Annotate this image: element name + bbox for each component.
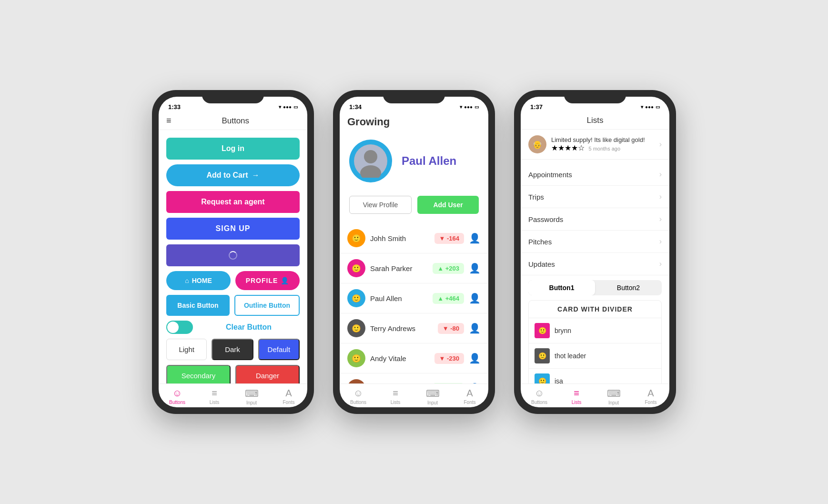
page-title-3: Lists — [528, 116, 662, 125]
secondary-button[interactable]: Secondary — [166, 365, 231, 383]
menu-item-pitches[interactable]: Pitches › — [521, 231, 669, 253]
tab-lists-2[interactable]: ≡ Lists — [377, 388, 414, 405]
tab-input-label-3: Input — [608, 400, 619, 405]
toggle-switch[interactable] — [166, 321, 193, 334]
signup-button[interactable]: SIGN UP — [166, 218, 300, 240]
menu-item-passwords[interactable]: Passwords › — [521, 208, 669, 231]
lists-content: 👴 Limited supply! Its like digital gold!… — [521, 130, 669, 383]
phone-2-screen: 1:34 ▾ ●●● ▭ Growing — [340, 97, 488, 407]
menu-item-appointments[interactable]: Appointments › — [521, 163, 669, 186]
score-badge-2: ▲ +203 — [433, 263, 464, 274]
tab-buttons-label-2: Buttons — [350, 400, 366, 405]
tab-buttons-3[interactable]: ☺ Buttons — [521, 388, 558, 405]
arrow-icon: → — [252, 171, 260, 180]
status-icons-2: ▾ ●●● ▭ — [460, 104, 479, 110]
user-action-icon-3[interactable]: 👤 — [469, 292, 481, 304]
tab-bar-3: ☺ Buttons ≡ Lists ⌨ Input A Fonts — [521, 383, 669, 407]
tab-fonts-icon-2: A — [466, 388, 473, 399]
loading-button[interactable] — [166, 244, 300, 266]
chevron-passwords: › — [659, 215, 662, 223]
phone-3-screen: 1:37 ▾ ●●● ▭ Lists 👴 Limited supply! Its… — [521, 97, 669, 407]
user-avatar-5: 🙂 — [347, 349, 365, 367]
card-avatar-3: 🙂 — [535, 373, 550, 383]
phone-2: 1:34 ▾ ●●● ▭ Growing — [333, 90, 495, 414]
tab-input-label: Input — [246, 400, 257, 405]
segment-button2[interactable]: Button2 — [595, 280, 662, 295]
status-icons-1: ▾ ●●● ▭ — [279, 104, 298, 110]
phone1-header: ≡ Buttons — [159, 114, 307, 130]
request-agent-button[interactable]: Request an agent — [166, 191, 300, 213]
add-to-cart-label: Add to Cart — [206, 171, 248, 180]
tab-bar-2: ☺ Buttons ≡ Lists ⌨ Input A Fonts — [340, 383, 488, 407]
review-card[interactable]: 👴 Limited supply! Its like digital gold!… — [521, 130, 669, 160]
tab-input-3[interactable]: ⌨ Input — [595, 388, 632, 405]
battery-icon-3: ▭ — [656, 104, 660, 110]
user-avatar-2: 🙂 — [347, 259, 365, 277]
menu-icon[interactable]: ≡ — [166, 116, 172, 126]
light-button[interactable]: Light — [166, 339, 207, 360]
menu-item-updates[interactable]: Updates › — [521, 253, 669, 275]
view-profile-button[interactable]: View Profile — [349, 196, 412, 214]
wifi-icon: ▾ — [279, 104, 281, 110]
basic-button[interactable]: Basic Button — [166, 295, 230, 316]
user-action-icon-5[interactable]: 👤 — [469, 353, 481, 364]
default-button[interactable]: Default — [258, 339, 300, 360]
score-badge-3: ▲ +464 — [433, 293, 464, 304]
buttons-content: Log in Add to Cart → Request an agent SI… — [159, 130, 307, 383]
table-row: 🙂 Paul Allen ▲ +464 👤 — [340, 283, 488, 313]
status-icons-3: ▾ ●●● ▭ — [641, 104, 660, 110]
menu-label-updates: Updates — [528, 260, 659, 268]
login-button[interactable]: Log in — [166, 138, 300, 160]
tab-buttons-label: Buttons — [169, 400, 185, 405]
menu-item-trips[interactable]: Trips › — [521, 186, 669, 208]
tab-fonts-icon: A — [285, 388, 292, 399]
tab-bar-1: ☺ Buttons ≡ Lists ⌨ Input A Fonts — [159, 383, 307, 407]
card-with-divider: CARD WITH DIVIDER 🙂 brynn 🙂 thot leader … — [528, 300, 662, 383]
time-2: 1:34 — [349, 103, 362, 111]
add-to-cart-button[interactable]: Add to Cart → — [166, 164, 300, 186]
tab-lists-label-2: Lists — [391, 400, 401, 405]
user-action-icon-4[interactable]: 👤 — [469, 323, 481, 334]
clear-button[interactable]: Clear Button — [198, 323, 300, 332]
svg-point-1 — [364, 150, 377, 163]
tab-fonts-2[interactable]: A Fonts — [451, 388, 488, 405]
signal-icon-3: ●●● — [645, 104, 654, 110]
battery-icon-2: ▭ — [475, 104, 479, 110]
danger-button[interactable]: Danger — [235, 365, 300, 383]
phone2-header: Growing — [340, 114, 488, 132]
notch-3 — [564, 90, 626, 103]
notch-1 — [202, 90, 264, 103]
card-avatar-2: 🙂 — [535, 348, 550, 363]
tab-input-2[interactable]: ⌨ Input — [414, 388, 451, 405]
review-time: 5 months ago — [588, 146, 620, 151]
home-button[interactable]: ⌂ HOME — [166, 271, 231, 290]
star-icons: ★★★★☆ — [551, 144, 585, 152]
table-row: 🙂 Andy Vitale ▼ -230 👤 — [340, 343, 488, 373]
battery-icon: ▭ — [293, 104, 298, 110]
user-action-icon-2[interactable]: 👤 — [469, 262, 481, 274]
toggle-clear-row: Clear Button — [166, 321, 300, 334]
phone-3: 1:37 ▾ ●●● ▭ Lists 👴 Limited supply! Its… — [514, 90, 676, 414]
reviewer-avatar: 👴 — [528, 135, 546, 153]
score-badge-1: ▼ -164 — [434, 233, 464, 244]
time-3: 1:37 — [530, 103, 543, 111]
tab-fonts-3[interactable]: A Fonts — [632, 388, 669, 405]
tab-buttons-2[interactable]: ☺ Buttons — [340, 388, 377, 405]
card-person-name-2: thot leader — [555, 352, 586, 360]
user-action-icon-1[interactable]: 👤 — [469, 232, 481, 244]
segment-button1[interactable]: Button1 — [528, 280, 595, 295]
tab-fonts-1[interactable]: A Fonts — [270, 388, 307, 405]
tab-lists-3[interactable]: ≡ Lists — [558, 388, 595, 405]
tab-lists-1[interactable]: ≡ Lists — [196, 388, 233, 405]
tab-buttons-1[interactable]: ☺ Buttons — [159, 388, 196, 405]
tab-lists-label-3: Lists — [572, 400, 582, 405]
review-stars: ★★★★☆ 5 months ago — [551, 143, 655, 152]
table-row: 🙂 Katy Friedson ▲ +160 👤 — [340, 373, 488, 383]
tab-input-1[interactable]: ⌨ Input — [233, 388, 270, 405]
tab-input-icon: ⌨ — [245, 388, 259, 399]
tab-buttons-icon: ☺ — [172, 388, 182, 399]
add-user-button[interactable]: Add User — [417, 196, 479, 214]
profile-button[interactable]: PROFILE 👤 — [235, 271, 300, 290]
dark-button[interactable]: Dark — [212, 339, 253, 360]
outline-button[interactable]: Outline Button — [234, 295, 300, 316]
